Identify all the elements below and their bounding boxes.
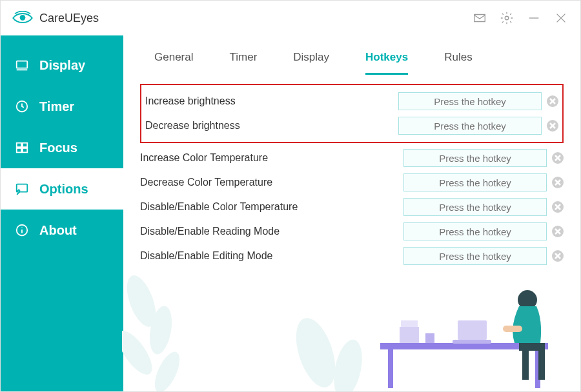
hotkey-row: Decrease Color Temperature	[140, 170, 564, 195]
svg-rect-45	[503, 326, 522, 332]
svg-rect-42	[458, 320, 487, 340]
display-icon	[15, 58, 29, 72]
hotkey-input-decrease-color-temp[interactable]	[403, 173, 547, 191]
svg-rect-10	[17, 148, 21, 152]
svg-point-0	[20, 15, 26, 21]
sidebar-item-label: Options	[39, 182, 88, 197]
tab-bar: General Timer Display Hotkeys Rules	[123, 35, 580, 75]
svg-rect-41	[425, 333, 434, 343]
highlight-annotation: Increase brightness Decrease brightness	[140, 84, 564, 143]
app-window: CareUEyes Display Tim	[0, 0, 581, 392]
hotkey-label: Increase Color Temperature	[140, 152, 268, 164]
feedback-icon[interactable]	[472, 10, 487, 26]
hotkey-row: Increase Color Temperature	[140, 146, 564, 170]
clear-hotkey-button[interactable]	[552, 177, 564, 188]
clear-hotkey-button[interactable]	[547, 95, 558, 107]
hotkey-label: Disable/Enable Color Temperature	[140, 201, 298, 213]
sidebar-item-label: Focus	[39, 141, 77, 155]
hotkey-label: Disable/Enable Reading Mode	[140, 226, 280, 237]
svg-rect-46	[519, 343, 545, 351]
svg-point-33	[150, 348, 185, 391]
sidebar-item-about[interactable]: About	[1, 210, 123, 251]
hotkey-input-increase-brightness[interactable]	[398, 92, 542, 110]
timer-icon	[15, 99, 29, 113]
sidebar-item-options[interactable]: Options	[1, 168, 123, 210]
svg-point-1	[505, 16, 509, 20]
hotkey-label: Decrease brightness	[145, 120, 240, 132]
hotkey-input-increase-color-temp[interactable]	[403, 149, 547, 167]
svg-rect-5	[17, 61, 28, 68]
hotkey-label: Increase brightness	[145, 95, 236, 107]
hotkey-input-toggle-color-temp[interactable]	[403, 198, 547, 216]
main-panel: General Timer Display Hotkeys Rules Incr…	[123, 35, 580, 391]
sidebar-item-label: Display	[39, 58, 85, 73]
sidebar-item-display[interactable]: Display	[1, 44, 123, 86]
app-logo: CareUEyes	[12, 11, 99, 25]
sidebar-item-timer[interactable]: Timer	[1, 86, 123, 127]
sidebar-item-label: About	[39, 223, 77, 238]
hotkey-input-decrease-brightness[interactable]	[398, 117, 542, 135]
hotkey-label: Decrease Color Temperature	[140, 177, 272, 188]
sidebar-item-focus[interactable]: Focus	[1, 127, 123, 168]
clear-hotkey-button[interactable]	[552, 226, 564, 237]
hotkey-label: Disable/Enable Editing Mode	[140, 250, 272, 262]
about-icon	[15, 223, 29, 237]
hotkey-row: Disable/Enable Reading Mode	[140, 219, 564, 244]
svg-rect-8	[17, 143, 21, 147]
svg-rect-48	[538, 351, 545, 380]
focus-icon	[15, 141, 29, 155]
svg-point-34	[289, 313, 343, 391]
clear-hotkey-button[interactable]	[552, 250, 564, 262]
tab-rules[interactable]: Rules	[444, 51, 472, 75]
svg-rect-9	[23, 143, 27, 147]
svg-rect-40	[401, 320, 418, 327]
minimize-button[interactable]	[526, 10, 542, 26]
options-icon	[15, 182, 29, 196]
svg-point-35	[329, 337, 367, 391]
hotkey-row: Disable/Enable Editing Mode	[140, 244, 564, 268]
svg-rect-43	[453, 340, 491, 344]
close-button[interactable]	[553, 10, 569, 26]
svg-rect-36	[380, 343, 548, 349]
titlebar: CareUEyes	[1, 1, 580, 35]
eye-logo-icon	[12, 11, 33, 25]
clear-hotkey-button[interactable]	[547, 120, 558, 132]
svg-rect-11	[23, 148, 27, 152]
svg-point-30	[122, 271, 161, 330]
svg-rect-39	[400, 327, 419, 343]
tab-general[interactable]: General	[154, 51, 193, 75]
hotkey-input-toggle-editing-mode[interactable]	[403, 247, 547, 265]
sidebar: Display Timer Focus Options About	[1, 35, 123, 391]
clear-hotkey-button[interactable]	[552, 201, 564, 213]
svg-rect-38	[535, 349, 540, 388]
svg-rect-47	[522, 351, 529, 380]
settings-icon[interactable]	[499, 10, 515, 26]
sidebar-item-label: Timer	[39, 99, 74, 114]
hotkeys-content: Increase brightness Decrease brightness	[123, 75, 580, 268]
tab-hotkeys[interactable]: Hotkeys	[365, 51, 408, 75]
svg-point-44	[518, 290, 537, 309]
svg-rect-37	[388, 349, 393, 388]
svg-point-32	[122, 326, 158, 380]
hotkey-row: Decrease brightness	[145, 113, 558, 138]
tab-timer[interactable]: Timer	[229, 51, 257, 75]
svg-point-31	[147, 304, 176, 356]
tab-display[interactable]: Display	[293, 51, 329, 75]
clear-hotkey-button[interactable]	[552, 152, 564, 164]
titlebar-controls	[472, 10, 573, 26]
app-title: CareUEyes	[39, 12, 99, 25]
hotkey-input-toggle-reading-mode[interactable]	[403, 222, 547, 240]
hotkey-row: Increase brightness	[145, 89, 558, 113]
hotkey-row: Disable/Enable Color Temperature	[140, 195, 564, 219]
